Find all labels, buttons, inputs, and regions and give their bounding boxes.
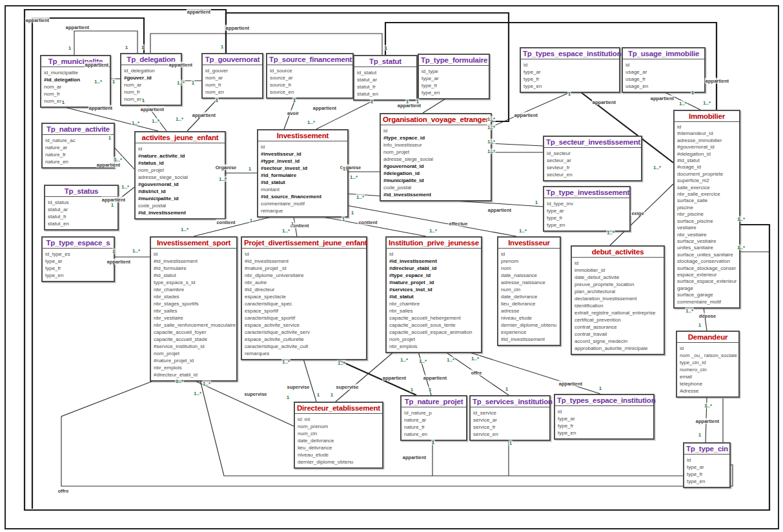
attribute: date_delivrance bbox=[298, 437, 380, 444]
entity-tp_secteur_investissement[interactable]: Tp_secteur_investissementid_secteursecte… bbox=[543, 136, 642, 181]
entity-debut_activites[interactable]: debut_activitesidimmobilier_iddate_debut… bbox=[571, 245, 665, 355]
attribute: #gouvernorat_id bbox=[138, 181, 222, 188]
entity-tp_type_investissement[interactable]: Tp_type_investissementId_type_invtype_ar… bbox=[543, 186, 631, 232]
attribute: nom_en bbox=[205, 88, 259, 96]
attribute: #id_investissement bbox=[154, 258, 234, 265]
attribute: #nature_projet_id bbox=[154, 357, 234, 364]
attribute: #id_investissement bbox=[245, 258, 363, 265]
attribute: nom_ar bbox=[124, 81, 178, 88]
entity-tp_services_institution[interactable]: Tp_services_institutionid_serviceservice… bbox=[469, 395, 551, 441]
attribute: caracteristique_spec bbox=[245, 300, 363, 307]
attribute: id bbox=[687, 456, 727, 464]
attribute: nbr_emplois bbox=[389, 343, 478, 350]
attribute: niveau_etude bbox=[501, 314, 557, 322]
attribute-list: id_gouvernom_arnom_frnom_en bbox=[203, 65, 262, 97]
entity-tp_nature_projet[interactable]: Tp_nature_projetId_nature_pnature_arnatu… bbox=[400, 395, 467, 441]
entity-tp_usage_immobilie[interactable]: Tp_usage_immobilieidusage_arusage_frusag… bbox=[622, 47, 706, 93]
attribute: preuve_propriete_location bbox=[575, 281, 661, 288]
multiplicity-label: 1..* bbox=[121, 184, 130, 190]
attribute: stockage_conservation bbox=[677, 258, 737, 265]
entity-tp_type_espace_s[interactable]: Tp_type_espace_sid_type_estype_artype_fr… bbox=[41, 236, 115, 282]
entity-tp_source_financement[interactable]: Tp_source_financementid_sourcesource_ars… bbox=[266, 53, 354, 99]
entity-tp_type_formulaire[interactable]: Tp_type_formulaireid_typetype_artype_frt… bbox=[418, 54, 490, 99]
attribute: service_ar bbox=[473, 416, 547, 424]
attribute-list: id_statutstatut_arstatut_frstatut_en bbox=[354, 67, 416, 99]
entity-title: Institution_prive_jeunesse bbox=[387, 238, 481, 249]
multiplicity-label: 1 bbox=[249, 218, 253, 223]
entity-tp_types_espace_institution_2[interactable]: Tp_types_espace_institutionidtype_artype… bbox=[554, 394, 655, 440]
entity-activites_jeune_enfant[interactable]: activites_jeune_enfantid#nature_activite… bbox=[134, 131, 226, 220]
entity-tp_gouvernorat[interactable]: Tp_gouvernoratid_gouvernom_arnom_frnom_e… bbox=[201, 53, 263, 99]
multiplicity-label: 1 bbox=[534, 200, 538, 205]
attribute-list: idimmobilier_iddate_debut_activitepreuve… bbox=[572, 258, 664, 354]
entity-title: Tp_secteur_investissement bbox=[544, 137, 641, 148]
entity-investissement_sport[interactable]: Investissement_sportid#id_investissement… bbox=[150, 236, 238, 382]
attribute: #gouvernorat_id bbox=[677, 144, 737, 150]
attribute: numero_cin bbox=[680, 366, 736, 373]
attribute: adresse_siege_social bbox=[383, 156, 488, 163]
entity-title: activites_jeune_enfant bbox=[136, 132, 225, 143]
attribute: type_en bbox=[422, 89, 486, 96]
attribute-list: Id_type_invtype_artype_frtype_en bbox=[544, 198, 629, 230]
attribute: surface_espace_exterieur bbox=[677, 278, 737, 285]
multiplicity-label: 1 bbox=[290, 221, 294, 227]
entity-investissement[interactable]: Investissementid#investisseur_id#type_in… bbox=[257, 129, 349, 218]
relationship-label: supervise bbox=[286, 384, 310, 390]
attribute: type_espace_s_id bbox=[154, 279, 234, 286]
attribute: #nature_projet _id bbox=[389, 279, 478, 286]
multiplicity-label: 1 bbox=[567, 91, 571, 97]
relationship-edge bbox=[489, 143, 543, 146]
entity-projet_divertissement_jeune_enfant[interactable]: Projet_divertissement_jeune_enfantId#id_… bbox=[241, 236, 367, 360]
entity-organisation_voyage_etranger[interactable]: Organisation_voyage_etrangerid#type_espa… bbox=[380, 113, 492, 201]
entity-investisseur[interactable]: Investisseuridprenomnomdate_naissanceadr… bbox=[497, 236, 561, 346]
attribute: #type_invest_id bbox=[261, 158, 345, 165]
attribute: nom_en bbox=[44, 97, 107, 105]
attribute: surface_unites_sanitaire bbox=[677, 252, 737, 258]
multiplicity-label: 1 bbox=[61, 99, 65, 105]
entity-immobilier[interactable]: Immobilierid#demandeur_idadresse_immobil… bbox=[673, 110, 740, 309]
entity-demandeur[interactable]: Demandeuridnom _ou_ raison_socialetype_c… bbox=[676, 331, 740, 398]
attribute: #id_investissement bbox=[501, 336, 557, 343]
entity-title: Tp_types_espace_institution bbox=[555, 395, 653, 406]
multiplicity-label: 1..* bbox=[487, 148, 496, 154]
attribute: prenom bbox=[501, 258, 557, 265]
entity-tp_delegation[interactable]: Tp_delegationid_delegation#gouver_idnom_… bbox=[120, 53, 182, 106]
attribute-list: id_serviceservice_arservice_frservice_en bbox=[471, 407, 549, 440]
attribute: type_en bbox=[558, 429, 651, 436]
attribute: #id_statut bbox=[677, 158, 737, 164]
relationship-label: appartient bbox=[140, 107, 165, 112]
attribute: date_delivrance bbox=[501, 293, 557, 300]
entity-tp_status[interactable]: Tp_statusId_statusstatut_arstatut_frstat… bbox=[44, 185, 119, 230]
attribute: #directeur_etabl_id bbox=[154, 371, 234, 378]
multiplicity-label: 1 bbox=[691, 90, 695, 96]
attribute: #delegation_id bbox=[383, 170, 488, 177]
multiplicity-label: 1..* bbox=[487, 139, 496, 145]
attribute-list: id#id_investissement#directeur_etabl_id#… bbox=[387, 249, 481, 352]
multiplicity-label: 1..* bbox=[400, 357, 409, 363]
attribute-list: idtype_artype_frtype_en bbox=[521, 59, 619, 92]
attribute: #id_statut bbox=[154, 272, 234, 279]
attribute: info_investisseur bbox=[383, 141, 488, 148]
entity-tp_type_cin[interactable]: Tp_type_cinidtype_artype_frtype_en bbox=[683, 442, 731, 488]
attribute: nbr_diplome_universitaire bbox=[245, 272, 363, 279]
multiplicity-label: 1..* bbox=[487, 125, 496, 130]
multiplicity-label: 1..* bbox=[702, 100, 711, 106]
relationship-label: appartient bbox=[25, 17, 50, 23]
attribute: contrat_travail bbox=[575, 331, 661, 338]
entity-directeur_etablissement[interactable]: Directeur_etablissementid: intnom_prenom… bbox=[294, 402, 383, 469]
attribute: extrait_registre_national_entreprise bbox=[575, 309, 661, 316]
attribute: espace_activite_culturelle bbox=[245, 336, 363, 343]
attribute: remarque bbox=[261, 207, 345, 214]
attribute: certificat_prevention bbox=[575, 316, 661, 323]
multiplicity-label: 1 bbox=[405, 99, 409, 105]
attribute: nom_en bbox=[124, 96, 178, 103]
attribute-list: id#type_espace_idinfo_investisseurnom_pr… bbox=[381, 125, 491, 200]
relationship-label: appartient bbox=[192, 112, 216, 118]
entity-institution_prive_jeunesse[interactable]: Institution_prive_jeunesseid#id_investis… bbox=[385, 236, 482, 353]
attribute-list: id_municipalite#id_delegationnom_arnom_f… bbox=[41, 67, 110, 107]
attribute: #type_espace_id bbox=[389, 272, 478, 279]
entity-tp_types_espace_institution[interactable]: Tp_types_espace_institutionidtype_artype… bbox=[520, 47, 620, 93]
attribute: salle_exercice bbox=[677, 185, 737, 191]
entity-tp_statut[interactable]: Tp_statutid_statutstatut_arstatut_frstat… bbox=[353, 55, 418, 101]
attribute: declaration_investissement bbox=[575, 295, 661, 302]
